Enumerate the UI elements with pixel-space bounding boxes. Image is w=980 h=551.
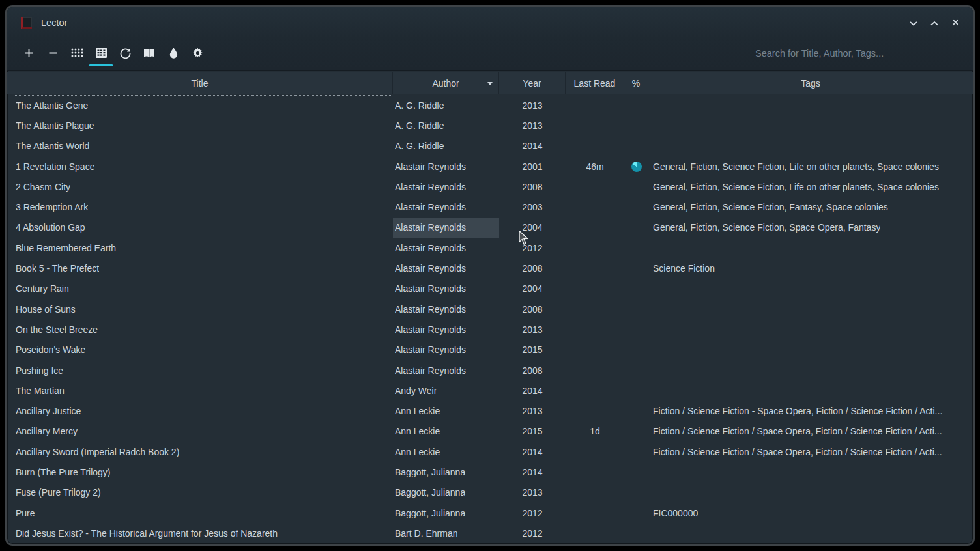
progress-cell[interactable] — [624, 136, 648, 156]
tags-cell[interactable] — [648, 319, 973, 339]
last-read-cell[interactable]: 1d — [566, 421, 624, 442]
table-row[interactable]: Poseidon's Wake Alastair Reynolds 2015 — [7, 340, 973, 360]
title-cell[interactable]: Book 5 - The Prefect — [7, 258, 393, 278]
last-read-cell[interactable] — [566, 299, 624, 319]
last-read-cell[interactable] — [566, 442, 624, 462]
tags-cell[interactable]: Fiction / Science Fiction / Space Opera,… — [648, 421, 973, 442]
title-cell[interactable]: Ancillary Mercy — [7, 421, 393, 442]
year-cell[interactable]: 2013 — [499, 401, 566, 421]
last-read-cell[interactable] — [566, 115, 624, 135]
title-cell[interactable]: Did Jesus Exist? - The Historical Argume… — [7, 523, 393, 543]
last-read-cell[interactable] — [566, 136, 624, 156]
title-cell[interactable]: Blue Remembered Earth — [7, 238, 393, 258]
column-header-last-read[interactable]: Last Read — [566, 72, 624, 94]
author-cell[interactable]: Baggott, Julianna — [393, 503, 499, 523]
table-row[interactable]: The Atlantis World A. G. Riddle 2014 — [7, 136, 973, 156]
maximize-button[interactable] — [927, 16, 942, 30]
tags-cell[interactable]: Science Fiction — [648, 258, 973, 278]
table-view-button[interactable] — [91, 42, 111, 66]
progress-cell[interactable] — [624, 95, 648, 115]
tags-cell[interactable] — [648, 523, 973, 543]
progress-cell[interactable] — [624, 360, 648, 380]
table-row[interactable]: Ancillary Mercy Ann Leckie 2015 1d Ficti… — [7, 421, 973, 442]
year-cell[interactable]: 2004 — [499, 218, 566, 238]
year-cell[interactable]: 2004 — [499, 279, 566, 299]
author-cell[interactable]: Alastair Reynolds — [393, 319, 499, 339]
tags-cell[interactable]: General, Fiction, Science Fiction, Life … — [648, 156, 973, 177]
tags-cell[interactable]: Fiction / Science Fiction / Space Opera,… — [648, 442, 973, 462]
tags-cell[interactable] — [648, 483, 973, 503]
table-row[interactable]: Pushing Ice Alastair Reynolds 2008 — [7, 360, 973, 380]
progress-cell[interactable] — [624, 462, 648, 482]
author-cell[interactable]: Alastair Reynolds — [393, 218, 499, 238]
year-cell[interactable]: 2008 — [499, 299, 566, 319]
last-read-cell[interactable] — [566, 380, 624, 401]
table-row[interactable]: Blue Remembered Earth Alastair Reynolds … — [7, 238, 973, 258]
title-cell[interactable]: Fuse (Pure Trilogy 2) — [7, 483, 393, 503]
title-cell[interactable]: Ancillary Justice — [7, 401, 393, 421]
last-read-cell[interactable] — [566, 340, 624, 360]
author-cell[interactable]: Alastair Reynolds — [393, 258, 499, 278]
table-row[interactable]: Burn (The Pure Trilogy) Baggott, Juliann… — [7, 462, 973, 482]
year-cell[interactable]: 2012 — [499, 523, 566, 543]
tags-cell[interactable]: General, Fiction, Science Fiction, Life … — [648, 177, 973, 197]
year-cell[interactable]: 2015 — [499, 340, 566, 360]
tags-cell[interactable] — [648, 340, 973, 360]
progress-cell[interactable] — [624, 380, 648, 401]
tags-cell[interactable] — [648, 136, 973, 156]
last-read-cell[interactable] — [566, 523, 624, 543]
progress-cell[interactable] — [624, 197, 648, 217]
author-cell[interactable]: Ann Leckie — [393, 442, 499, 462]
column-header-year[interactable]: Year — [499, 72, 566, 94]
title-cell[interactable]: Century Rain — [7, 279, 393, 299]
progress-cell[interactable] — [624, 258, 648, 278]
minimize-button[interactable] — [906, 16, 921, 30]
last-read-cell[interactable] — [566, 360, 624, 380]
progress-cell[interactable] — [624, 156, 648, 177]
tags-cell[interactable] — [648, 380, 973, 401]
author-cell[interactable]: Alastair Reynolds — [393, 299, 499, 319]
progress-cell[interactable] — [624, 319, 648, 339]
author-cell[interactable]: Bart D. Ehrman — [393, 523, 499, 543]
tags-cell[interactable] — [648, 462, 973, 482]
progress-cell[interactable] — [624, 340, 648, 360]
column-header-tags[interactable]: Tags — [648, 72, 973, 94]
year-cell[interactable]: 2014 — [499, 136, 566, 156]
year-cell[interactable]: 2013 — [499, 115, 566, 135]
author-cell[interactable]: Alastair Reynolds — [393, 340, 499, 360]
author-cell[interactable]: A. G. Riddle — [393, 115, 499, 135]
tags-cell[interactable] — [648, 115, 973, 135]
year-cell[interactable]: 2014 — [499, 462, 566, 482]
last-read-cell[interactable] — [566, 503, 624, 523]
library-button[interactable] — [139, 42, 159, 66]
author-cell[interactable]: Alastair Reynolds — [393, 156, 499, 177]
title-cell[interactable]: The Martian — [7, 380, 393, 401]
last-read-cell[interactable] — [566, 218, 624, 238]
table-row[interactable]: The Atlantis Gene A. G. Riddle 2013 — [7, 95, 973, 115]
tags-cell[interactable] — [648, 299, 973, 319]
title-cell[interactable]: 2 Chasm City — [7, 177, 393, 197]
progress-cell[interactable] — [624, 177, 648, 197]
author-cell[interactable]: A. G. Riddle — [393, 95, 499, 115]
table-row[interactable]: 2 Chasm City Alastair Reynolds 2008 Gene… — [7, 177, 973, 197]
progress-cell[interactable] — [624, 483, 648, 503]
title-cell[interactable]: Poseidon's Wake — [7, 340, 393, 360]
column-header-title[interactable]: Title — [7, 72, 393, 94]
table-row[interactable]: 1 Revelation Space Alastair Reynolds 200… — [7, 156, 973, 177]
last-read-cell[interactable] — [566, 462, 624, 482]
table-row[interactable]: The Martian Andy Weir 2014 — [7, 380, 973, 401]
add-book-button[interactable] — [19, 42, 38, 66]
last-read-cell[interactable] — [566, 279, 624, 299]
close-button[interactable] — [948, 16, 962, 30]
progress-cell[interactable] — [624, 218, 648, 238]
year-cell[interactable]: 2014 — [499, 380, 566, 401]
progress-cell[interactable] — [624, 442, 648, 462]
author-cell[interactable]: Baggott, Julianna — [393, 462, 499, 482]
table-row[interactable]: Did Jesus Exist? - The Historical Argume… — [7, 523, 973, 543]
title-cell[interactable]: House of Suns — [7, 299, 393, 319]
progress-cell[interactable] — [624, 421, 648, 442]
author-cell[interactable]: Alastair Reynolds — [393, 279, 499, 299]
table-row[interactable]: Fuse (Pure Trilogy 2) Baggott, Julianna … — [7, 483, 973, 503]
year-cell[interactable]: 2013 — [499, 95, 566, 115]
tags-cell[interactable] — [648, 279, 973, 299]
